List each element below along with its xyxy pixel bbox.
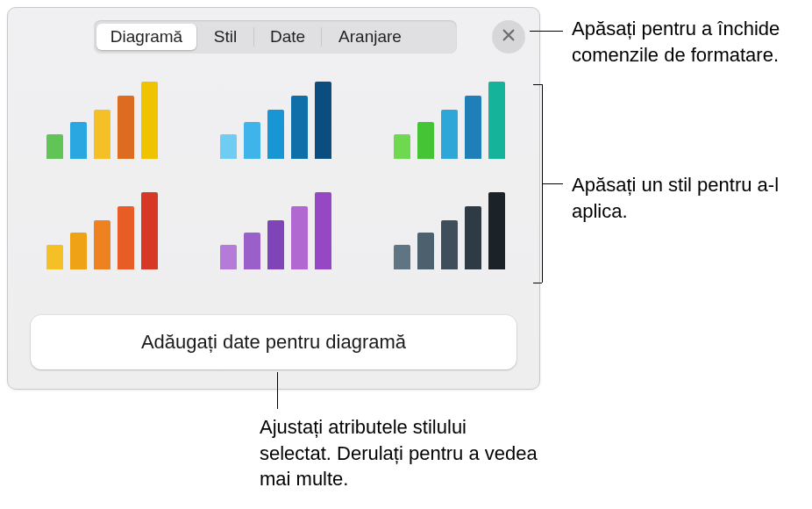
- thumb-bar: [488, 192, 505, 269]
- tab-diagramă[interactable]: Diagramă: [96, 24, 196, 50]
- chart-style-thumb-2[interactable]: [206, 80, 345, 159]
- thumb-bar: [94, 110, 110, 159]
- callout-add-data: Ajustați atributele stilului selectat. D…: [260, 414, 540, 492]
- thumb-bar: [465, 96, 481, 159]
- tab-stil[interactable]: Stil: [197, 24, 253, 50]
- chart-style-thumb-5[interactable]: [206, 190, 345, 269]
- thumb-bar: [244, 233, 260, 269]
- thumb-bar: [394, 245, 410, 269]
- thumb-bar: [70, 122, 87, 159]
- callout-styles: Apăsați un stil pentru a-l aplica.: [572, 172, 800, 224]
- thumb-bar: [118, 206, 134, 269]
- tab-aranjare[interactable]: Aranjare: [322, 24, 418, 50]
- thumb-bar: [46, 134, 63, 159]
- thumb-bar: [291, 206, 308, 269]
- chart-style-thumb-6[interactable]: [380, 190, 518, 269]
- callout-line: [542, 183, 563, 184]
- thumb-bar: [315, 192, 331, 269]
- callout-line: [542, 84, 543, 283]
- thumb-bar: [441, 220, 458, 269]
- close-icon: [501, 27, 516, 47]
- thumb-bar: [291, 96, 308, 159]
- thumb-bar: [394, 134, 410, 159]
- chart-style-thumb-3[interactable]: [380, 80, 518, 159]
- thumb-bar: [220, 245, 237, 269]
- thumb-bar: [465, 206, 481, 269]
- thumb-bar: [141, 82, 158, 159]
- tab-bar: DiagramăStilDateAranjare: [94, 20, 457, 54]
- tab-label: Diagramă: [110, 27, 182, 46]
- add-chart-data-label: Adăugați date pentru diagramă: [141, 331, 406, 354]
- thumb-bar: [315, 82, 331, 159]
- thumb-bar: [46, 245, 63, 269]
- thumb-bar: [417, 233, 434, 269]
- close-button[interactable]: [492, 20, 525, 54]
- thumb-bar: [417, 122, 434, 159]
- chart-style-thumb-1[interactable]: [32, 80, 171, 159]
- thumb-bar: [244, 122, 260, 159]
- thumb-bar: [94, 220, 110, 269]
- tab-label: Stil: [214, 27, 237, 46]
- thumb-bar: [220, 134, 237, 159]
- tab-date[interactable]: Date: [254, 24, 321, 50]
- thumb-bar: [267, 220, 284, 269]
- tab-label: Aranjare: [338, 27, 402, 46]
- thumb-bar: [70, 233, 87, 269]
- thumb-bar: [488, 82, 505, 159]
- format-panel: DiagramăStilDateAranjare Adăugați date p…: [7, 7, 540, 390]
- thumb-bar: [267, 110, 284, 159]
- thumb-bar: [141, 192, 158, 269]
- thumb-bar: [118, 96, 134, 159]
- chart-style-thumb-4[interactable]: [32, 190, 171, 269]
- callout-close: Apăsați pentru a închide comenzile de fo…: [572, 16, 800, 68]
- tab-label: Date: [270, 27, 305, 46]
- add-chart-data-button[interactable]: Adăugați date pentru diagramă: [31, 315, 516, 369]
- chart-style-grid: [32, 80, 518, 269]
- thumb-bar: [441, 110, 458, 159]
